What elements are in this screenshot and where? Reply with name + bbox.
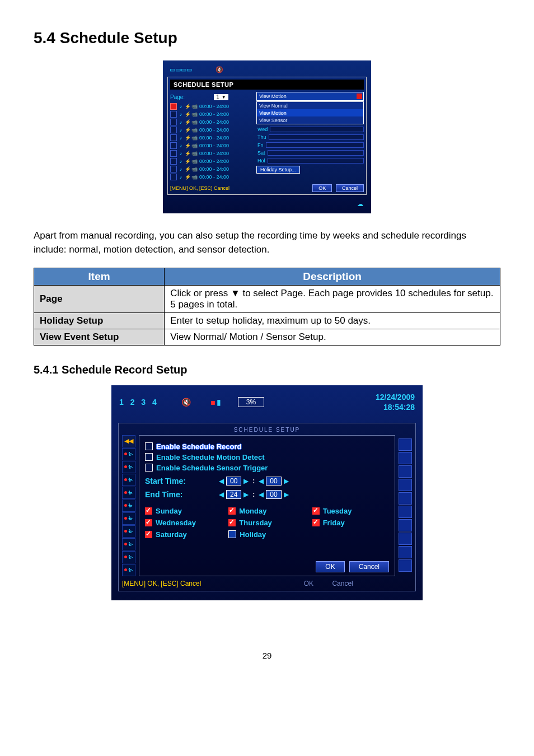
thursday-checkbox[interactable] — [228, 519, 236, 526]
time-stamp: 18:54:28 — [383, 403, 415, 412]
chevron-down-icon: ▼ — [222, 95, 226, 100]
view-dropdown-open: View Normal View Motion View Sensor — [256, 101, 364, 124]
cancel-button[interactable]: Cancel — [336, 184, 364, 192]
cancel-button[interactable]: Cancel — [349, 561, 389, 572]
holiday-checkbox[interactable] — [228, 530, 236, 538]
row-holiday-item: Holiday Setup — [34, 313, 165, 329]
right-arrow-icon[interactable]: ▶ — [242, 477, 250, 485]
end-hour[interactable]: 24 — [226, 490, 241, 499]
sidebar: ◀◀ ⛷ ⛷ ⛷ ⛷ ⛷ ⛷ ⛷ ⛷ ⛷ ⛷ — [122, 435, 135, 576]
channel-indicator: 1 2 3 4 — [119, 398, 159, 407]
row-page-item: Page — [34, 286, 165, 313]
wednesday-label: Wednesday — [156, 519, 196, 527]
left-arrow-icon[interactable]: ◀ — [218, 477, 225, 485]
ghost-cancel: Cancel — [332, 580, 353, 587]
row-view-event-item: View Event Setup — [34, 329, 165, 346]
monday-checkbox[interactable] — [228, 507, 236, 515]
right-arrow-icon[interactable]: ▶ — [283, 491, 290, 498]
description-table: Item Description Page Click or press ▼ t… — [34, 268, 500, 346]
person-icon: ⛷ — [128, 451, 133, 457]
enable-schedule-record-label: Enable Schedule Record — [156, 442, 241, 451]
intro-paragraph: Apart from manual recording, you can als… — [34, 229, 500, 256]
page-dropdown[interactable]: 1 ▼ — [214, 94, 228, 100]
ok-button[interactable]: OK — [316, 561, 344, 572]
network-icon: ☁ — [357, 200, 363, 207]
enable-motion-label: Enable Schedule Motion Detect — [156, 453, 265, 461]
th-description: Description — [165, 268, 500, 286]
saturday-checkbox[interactable] — [145, 531, 152, 538]
saturday-label: Saturday — [156, 530, 187, 539]
heading-5-4: 5.4 Schedule Setup — [34, 29, 500, 47]
left-arrow-icon[interactable]: ◀ — [257, 477, 265, 485]
tuesday-label: Tuesday — [323, 507, 352, 515]
start-hour[interactable]: 00 — [226, 477, 241, 486]
schedule-record-setup-screenshot: 1 2 3 4 🔇 ▮ 3% 12/24/2009 18:54:28 SCHED… — [111, 385, 423, 600]
heading-5-4-1: 5.4.1 Schedule Record Setup — [34, 363, 500, 376]
monday-label: Monday — [239, 507, 266, 515]
thursday-label: Thursday — [239, 519, 272, 527]
dd-item-sensor[interactable]: View Sensor — [257, 116, 363, 124]
end-time-label: End Time: — [145, 490, 212, 499]
row-page-desc: Click or press ▼ to select Page. Each pa… — [165, 286, 500, 313]
record-icon: ▮ — [211, 398, 221, 407]
start-min[interactable]: 00 — [266, 477, 281, 486]
right-arrow-icon[interactable]: ▶ — [283, 477, 290, 485]
start-time-label: Start Time: — [145, 477, 212, 486]
right-arrow-icon[interactable]: ▶ — [242, 491, 250, 498]
percent-indicator: 3% — [238, 397, 264, 407]
friday-checkbox[interactable] — [312, 519, 320, 526]
speaker-icon: 🔇 — [216, 66, 223, 73]
mute-icon: 🔇 — [181, 398, 191, 407]
holiday-setup-button[interactable]: Holiday Setup... — [256, 166, 300, 174]
ok-button[interactable]: OK — [312, 184, 332, 192]
ghost-ok: OK — [304, 580, 313, 587]
tab-icon: ▭▭▭▭ — [170, 66, 192, 73]
left-arrow-icon[interactable]: ◀ — [257, 491, 265, 498]
rightbar — [399, 435, 412, 576]
row-view-event-desc: View Normal/ Motion / Sensor Setup. — [165, 329, 500, 346]
page-label: Page: — [170, 94, 185, 100]
page-number: 29 — [34, 651, 500, 660]
rewind-icon: ◀◀ — [124, 437, 133, 445]
panel-title: SCHEDULE SETUP — [170, 80, 364, 90]
dd-item-motion[interactable]: View Motion — [257, 109, 363, 116]
enable-sensor-label: Enable Schedule Sensor Trigger — [156, 464, 268, 472]
date-stamp: 12/24/2009 — [376, 393, 415, 402]
row-holiday-desc: Enter to setup holiday, maximum up to 50… — [165, 313, 500, 329]
end-min[interactable]: 00 — [266, 490, 281, 499]
sunday-label: Sunday — [156, 507, 182, 515]
schedule-time: 00:00 - 24:00 — [199, 104, 229, 109]
schedule-setup-screenshot: ▭▭▭▭ 🔇 SCHEDULE SETUP Page: 1 ▼ ♪⚡📹00:00… — [163, 60, 371, 213]
panel-title-2: SCHEDULE SETUP — [122, 427, 412, 433]
enable-sensor-checkbox[interactable] — [145, 464, 153, 472]
left-arrow-icon[interactable]: ◀ — [218, 491, 225, 498]
enable-schedule-record-checkbox[interactable] — [145, 442, 153, 450]
enable-motion-checkbox[interactable] — [145, 453, 153, 461]
friday-label: Friday — [323, 519, 345, 527]
dd-item-normal[interactable]: View Normal — [257, 102, 363, 109]
th-item: Item — [34, 268, 165, 286]
page-value: 1 — [216, 94, 219, 100]
view-dropdown[interactable]: View Motion — [256, 92, 364, 101]
holiday-label: Holiday — [240, 530, 266, 539]
wednesday-checkbox[interactable] — [145, 519, 152, 526]
tuesday-checkbox[interactable] — [312, 507, 320, 515]
menu-hint-2: [MENU] OK, [ESC] Cancel — [122, 580, 201, 587]
sunday-checkbox[interactable] — [145, 507, 152, 515]
